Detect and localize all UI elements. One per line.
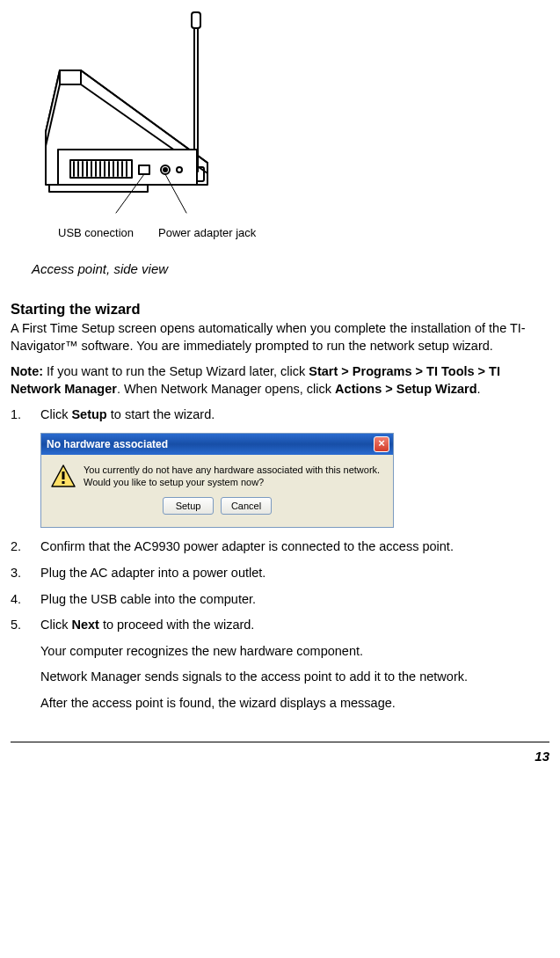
note-label: Note: [11, 364, 43, 378]
step-5-text-after: to proceed with the wizard. [99, 618, 255, 632]
step-1-bold: Setup [71, 407, 106, 421]
power-adapter-jack-label: Power adapter jack [158, 225, 256, 241]
svg-rect-23 [49, 185, 148, 192]
intro-paragraph: A First Time Setup screen opens automati… [11, 320, 549, 355]
dialog-title: No hardware associated [47, 437, 168, 451]
step-1-text-after: to start the wizard. [107, 407, 215, 421]
no-hardware-dialog: No hardware associated × You currently d… [40, 433, 394, 529]
warning-icon [50, 464, 76, 488]
step-3-text: Plug the AC adapter into a power outlet. [40, 565, 549, 582]
section-heading: Starting the wizard [11, 299, 549, 318]
step-1-text-before: Click [40, 407, 71, 421]
svg-point-21 [164, 168, 167, 172]
step-5-text-before: Click [40, 618, 71, 632]
step-4: Plug the USB cable into the computer. [11, 591, 549, 609]
note-text-3: . [477, 382, 481, 396]
cancel-button[interactable]: Cancel [221, 497, 272, 515]
steps-list-cont: Confirm that the AC9930 power adapter is… [11, 538, 549, 712]
note-paragraph: Note: If you want to run the Setup Wizar… [11, 363, 549, 398]
setup-button[interactable]: Setup [163, 497, 214, 515]
dialog-line-2: Would you like to setup your system now? [84, 477, 264, 487]
page-number: 13 [11, 748, 549, 771]
step-5-p4: After the access point is found, the wiz… [40, 695, 549, 713]
dialog-message: You currently do not have any hardware a… [84, 464, 380, 489]
dialog-titlebar: No hardware associated × [41, 434, 393, 455]
step-1: Click Setup to start the wizard. [11, 406, 549, 424]
figure-caption: Access point, side view [32, 260, 549, 278]
step-5-p2: Your computer recognizes the new hardwar… [40, 643, 549, 661]
note-text-1: If you want to run the Setup Wizard late… [43, 364, 309, 378]
note-text-2: . When Network Manager opens, click [117, 382, 335, 396]
dialog-line-1: You currently do not have any hardware a… [84, 464, 380, 475]
device-figure: USB conection Power adapter jack [35, 9, 549, 241]
step-5-p3: Network Manager sends signals to the acc… [40, 669, 549, 686]
step-2: Confirm that the AC9930 power adapter is… [11, 538, 549, 556]
step-2-text: Confirm that the AC9930 power adapter is… [40, 538, 549, 556]
step-5-bold: Next [71, 618, 98, 632]
close-icon[interactable]: × [374, 436, 389, 452]
access-point-side-view-illustration [35, 9, 229, 220]
footer-rule [11, 742, 549, 742]
menu-path-2: Actions > Setup Wizard [335, 382, 476, 396]
usb-connection-label: USB conection [58, 225, 134, 241]
svg-rect-27 [62, 472, 65, 479]
steps-list: Click Setup to start the wizard. [11, 406, 549, 424]
dialog-screenshot: No hardware associated × You currently d… [40, 433, 549, 529]
svg-rect-0 [192, 12, 200, 28]
step-3: Plug the AC adapter into a power outlet. [11, 565, 549, 582]
step-4-text: Plug the USB cable into the computer. [40, 591, 549, 609]
svg-rect-28 [62, 481, 65, 484]
step-5: Click Next to proceed with the wizard. Y… [11, 617, 549, 712]
